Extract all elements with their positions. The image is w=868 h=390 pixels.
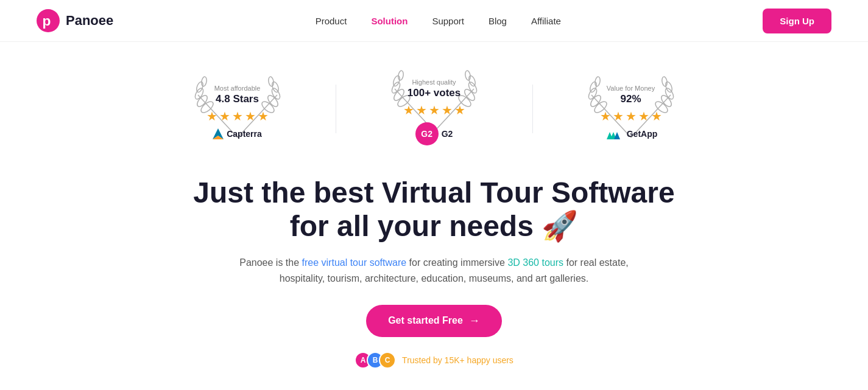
get-started-button[interactable]: Get started Free →	[366, 305, 502, 337]
getapp-icon	[604, 128, 624, 139]
award-getapp: Value for Money 92% ★ ★ ★ ★ ★	[570, 72, 693, 145]
hero-subtext: Panoee is the free virtual tour software…	[227, 255, 641, 286]
main-content: Most affordable 4.8 Stars ★ ★ ★ ★ ★	[0, 42, 868, 381]
award-g2: Highest quality 100+ votes ★ ★ ★ ★ ★ G2 …	[373, 66, 496, 151]
nav-product[interactable]: Product	[316, 16, 347, 26]
divider-1	[336, 85, 336, 133]
trusted-label: Trusted by 15K+ happy users	[402, 355, 513, 365]
award-capterra-label: Most affordable	[214, 85, 261, 92]
capterra-platform: Capterra	[213, 128, 262, 139]
trusted-row: A B C Trusted by 15K+ happy users	[355, 352, 513, 369]
svg-text:p: p	[43, 13, 51, 29]
avatar-group: A B C	[355, 352, 396, 369]
award-getapp-label: Value for Money	[607, 85, 655, 92]
nav-blog[interactable]: Blog	[489, 16, 507, 26]
award-capterra-title: 4.8 Stars	[216, 93, 259, 105]
g2-icon: G2	[415, 122, 439, 145]
award-g2-label: Highest quality	[412, 78, 456, 86]
navbar: p Panoee Product Solution Support Blog A…	[0, 0, 868, 42]
getapp-platform: GetApp	[604, 128, 658, 139]
nav-support[interactable]: Support	[432, 16, 464, 26]
g2-stars: ★ ★ ★ ★ ★	[403, 103, 465, 117]
cta-arrow-icon: →	[469, 315, 480, 327]
g2-platform: G2 G2	[415, 122, 453, 145]
award-g2-title: 100+ votes	[408, 87, 460, 99]
getapp-stars: ★ ★ ★ ★ ★	[600, 109, 662, 124]
nav-solution[interactable]: Solution	[371, 16, 408, 26]
signup-button[interactable]: Sign Up	[763, 9, 831, 33]
capterra-stars: ★ ★ ★ ★ ★	[206, 109, 269, 124]
award-getapp-title: 92%	[620, 93, 641, 105]
nav-affiliate[interactable]: Affiliate	[531, 16, 561, 26]
awards-row: Most affordable 4.8 Stars ★ ★ ★ ★ ★	[176, 66, 693, 151]
nav-links: Product Solution Support Blog Affiliate	[316, 16, 561, 26]
logo-text: Panoee	[66, 13, 113, 29]
logo-icon: p	[37, 9, 60, 32]
capterra-icon	[213, 128, 224, 139]
award-capterra: Most affordable 4.8 Stars ★ ★ ★ ★ ★	[176, 72, 299, 145]
logo[interactable]: p Panoee	[37, 9, 113, 32]
hero-heading: Just the best Virtual Tour Software for …	[191, 176, 678, 243]
avatar-3: C	[379, 352, 396, 369]
divider-2	[532, 85, 533, 133]
